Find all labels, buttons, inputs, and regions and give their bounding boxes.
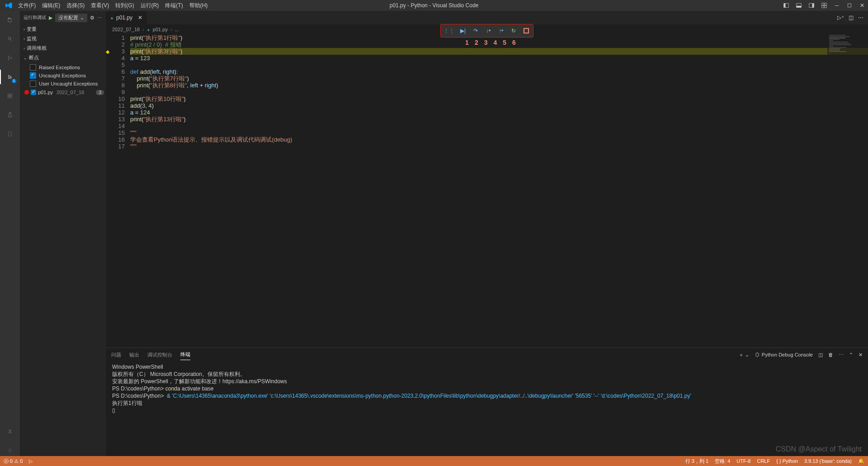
status-encoding[interactable]: UTF-8: [736, 458, 750, 464]
status-errors[interactable]: ⓧ 0 ⚠ 0: [4, 458, 23, 465]
panel-maximize-icon[interactable]: ⌃: [849, 352, 853, 358]
menu-edit[interactable]: 编辑(E): [39, 1, 63, 10]
editor-area: ⬥ p01.py ✕ ▷⁺ ◫ ⋯ ⋮⋮ ▶| ↷ ↓• ↑• ↻ 12 34 …: [106, 11, 868, 456]
gear-icon[interactable]: ⚙: [90, 15, 94, 21]
explorer-icon[interactable]: [5, 14, 15, 25]
stop-icon[interactable]: [522, 27, 530, 35]
vscode-logo-icon: [5, 2, 13, 9]
svg-rect-8: [822, 6, 824, 8]
step-into-icon[interactable]: ↓•: [484, 27, 492, 35]
status-ln-col[interactable]: 行 3，列 1: [685, 458, 708, 465]
account-icon[interactable]: [5, 426, 15, 437]
section-watch[interactable]: ›监视: [20, 34, 106, 43]
minimize-icon[interactable]: ─: [834, 2, 840, 9]
svg-rect-6: [822, 3, 824, 5]
step-out-icon[interactable]: ↑•: [497, 27, 505, 35]
kill-terminal-icon[interactable]: 🗑: [828, 352, 833, 357]
svg-rect-17: [10, 94, 12, 96]
code-editor[interactable]: ◆ 1234567891011121314151617 print("执行第1行…: [106, 34, 868, 347]
panel-tab-debug[interactable]: 调试控制台: [147, 350, 172, 360]
window-title: p01.py - Python - Visual Studio Code: [390, 2, 479, 9]
svg-point-21: [9, 430, 11, 432]
debug-badge: 1: [12, 79, 16, 83]
svg-rect-1: [784, 4, 786, 8]
svg-rect-20: [9, 132, 12, 136]
section-variables[interactable]: ›变量: [20, 24, 106, 34]
svg-point-22: [9, 450, 11, 452]
python-file-icon: ⬥: [110, 14, 113, 21]
run-debug-icon[interactable]: 1: [5, 71, 15, 82]
source-control-icon[interactable]: [5, 52, 15, 63]
restart-icon[interactable]: ↻: [509, 27, 518, 35]
status-debug-icon[interactable]: ▷: [29, 458, 33, 464]
svg-point-12: [8, 56, 9, 57]
drag-handle-icon[interactable]: ⋮⋮: [443, 28, 454, 34]
menu-run[interactable]: 运行(R): [138, 1, 162, 10]
svg-rect-10: [848, 4, 851, 7]
breakpoint-file-row[interactable]: p01.py 2022_07_18 3: [20, 89, 106, 96]
debug-sidebar: 运行和调试 ▶ 没有配置 ⌄ ⚙ ⋯ ›变量 ›监视 ›调用堆栈 ⌄断点 Rai…: [20, 11, 106, 456]
editor-tabs: ⬥ p01.py ✕ ▷⁺ ◫ ⋯: [106, 11, 868, 24]
svg-point-11: [8, 37, 11, 40]
svg-point-14: [11, 57, 12, 59]
layout-right-icon[interactable]: [808, 2, 815, 9]
testing-icon[interactable]: [5, 109, 15, 120]
main-menu: 文件(F) 编辑(E) 选择(S) 查看(V) 转到(G) 运行(R) 终端(T…: [15, 1, 210, 10]
exception-user-uncaught[interactable]: User Uncaught Exceptions: [30, 80, 106, 88]
tab-more-icon[interactable]: ⋯: [858, 14, 863, 21]
layout-grid-icon[interactable]: [821, 2, 827, 9]
status-notifications-icon[interactable]: 🔔: [858, 458, 864, 464]
extensions-icon[interactable]: [5, 90, 15, 101]
debug-config-dropdown[interactable]: 没有配置 ⌄: [55, 14, 87, 22]
step-over-icon[interactable]: ↷: [472, 27, 480, 35]
status-eol[interactable]: CRLF: [757, 458, 770, 464]
breakpoint-dot-icon: [24, 90, 29, 95]
status-spaces[interactable]: 空格: 4: [715, 458, 730, 465]
layout-bottom-icon[interactable]: [796, 2, 802, 9]
exception-raised[interactable]: Raised Exceptions: [30, 63, 106, 71]
exception-uncaught[interactable]: Uncaught Exceptions: [30, 71, 106, 80]
svg-rect-7: [825, 3, 827, 5]
watermark: CSDN @Aspect of Twilight: [776, 445, 862, 453]
continue-icon[interactable]: ▶|: [459, 27, 467, 35]
menu-terminal[interactable]: 终端(T): [162, 1, 185, 10]
svg-rect-19: [10, 96, 12, 98]
panel-tab-output[interactable]: 输出: [129, 350, 139, 360]
chevron-down-icon: ⌄: [80, 15, 84, 21]
split-terminal-icon[interactable]: ◫: [818, 352, 823, 358]
svg-rect-18: [8, 96, 10, 98]
new-terminal-icon[interactable]: ＋ ⌄: [739, 352, 749, 358]
split-editor-icon[interactable]: ◫: [849, 14, 854, 21]
section-callstack[interactable]: ›调用堆栈: [20, 43, 106, 53]
menu-go[interactable]: 转到(G): [113, 1, 137, 10]
menu-select[interactable]: 选择(S): [64, 1, 87, 10]
settings-icon[interactable]: [5, 445, 15, 456]
bookmark-icon[interactable]: [5, 128, 15, 139]
panel-tab-terminal[interactable]: 终端: [180, 349, 190, 360]
start-debug-icon[interactable]: ▶: [49, 15, 52, 21]
panel-close-icon[interactable]: ✕: [859, 352, 863, 358]
search-icon[interactable]: [5, 33, 15, 44]
svg-point-13: [8, 59, 9, 60]
svg-rect-16: [8, 94, 10, 96]
tab-p01[interactable]: ⬥ p01.py ✕: [106, 11, 147, 24]
more-icon[interactable]: ⋯: [97, 15, 102, 21]
status-language[interactable]: { } Python: [776, 458, 798, 464]
debug-console-selector[interactable]: Python Debug Console: [755, 352, 813, 357]
minimap[interactable]: [827, 34, 868, 89]
terminal-output[interactable]: Windows PowerShell版权所有（C） Microsoft Corp…: [106, 361, 868, 456]
close-icon[interactable]: ✕: [859, 2, 865, 9]
bottom-panel: 问题 输出 调试控制台 终端 ＋ ⌄ Python Debug Console …: [106, 347, 868, 456]
panel-more-icon[interactable]: ⋯: [839, 352, 844, 358]
menu-file[interactable]: 文件(F): [15, 1, 38, 10]
layout-left-icon[interactable]: [783, 2, 789, 9]
section-breakpoints[interactable]: ⌄断点: [20, 53, 106, 62]
menu-view[interactable]: 查看(V): [88, 1, 112, 10]
menu-help[interactable]: 帮助(H): [187, 1, 211, 10]
tab-close-icon[interactable]: ✕: [138, 14, 142, 21]
run-file-icon[interactable]: ▷⁺: [837, 14, 844, 21]
debug-annotation-numbers: 12 34 56: [458, 39, 516, 46]
maximize-icon[interactable]: [846, 2, 853, 9]
status-python-version[interactable]: 3.9.13 ('base': conda): [804, 458, 852, 464]
panel-tab-problems[interactable]: 问题: [111, 350, 121, 360]
